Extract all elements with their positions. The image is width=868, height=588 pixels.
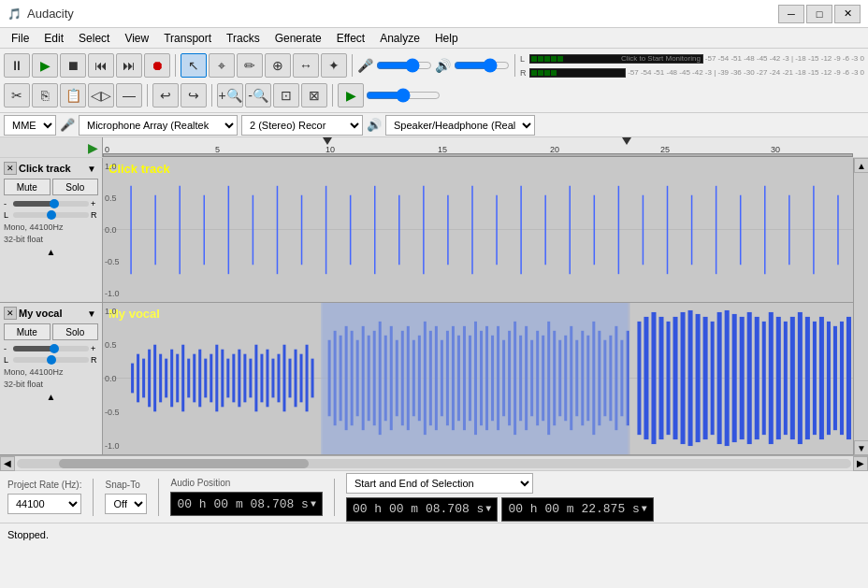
hscroll-thumb[interactable]: [59, 459, 310, 468]
click-track-waveform[interactable]: Click track 1.0 0.5 0.0 -0.5 -1.0: [103, 158, 853, 302]
vocal-track-waveform[interactable]: My vocal 1.0 0.5 0.0 -0.5 -1.0: [103, 303, 853, 454]
svg-rect-104: [441, 340, 443, 416]
vocal-track-solo-button[interactable]: Solo: [52, 323, 99, 340]
hscroll-track[interactable]: [17, 459, 851, 468]
menu-edit[interactable]: Edit: [36, 30, 71, 47]
fit-project-button[interactable]: ⊡: [273, 83, 299, 108]
play-speed-button[interactable]: ▶: [338, 83, 364, 108]
svg-rect-117: [514, 322, 516, 435]
ruler-scroll-thumb[interactable]: [103, 153, 853, 157]
undo-button[interactable]: ↩: [152, 83, 179, 108]
horizontal-scrollbar[interactable]: ◀ ▶: [0, 455, 868, 470]
tracks-scrollbar[interactable]: ▲ ▼: [853, 158, 868, 455]
zoom-in-button[interactable]: +🔍: [217, 83, 243, 108]
vocal-track-menu-button[interactable]: ▼: [85, 307, 98, 320]
collapse-arrow-icon: ▲: [47, 247, 56, 257]
selection-tool-button[interactable]: ↖: [181, 53, 207, 78]
stop-button[interactable]: ⏹: [60, 53, 86, 78]
zoom-selection-button[interactable]: ⊠: [301, 83, 327, 108]
menu-view[interactable]: View: [117, 30, 156, 47]
vocal-track-gain-knob: [50, 344, 59, 353]
selection-mode-select[interactable]: Start and End of Selection: [346, 473, 533, 494]
scroll-left-button[interactable]: ◀: [0, 456, 15, 471]
click-track-pan-r: R: [91, 210, 98, 220]
svg-rect-167: [846, 317, 851, 439]
ruler-scrollbar[interactable]: [103, 153, 853, 157]
pause-button[interactable]: ⏸: [4, 53, 30, 78]
skip-end-button[interactable]: ⏭: [116, 53, 142, 78]
titlebar: 🎵 Audacity ─ □ ✕: [0, 0, 868, 28]
svg-rect-157: [776, 317, 781, 439]
skip-start-button[interactable]: ⏮: [88, 53, 114, 78]
titlebar-controls[interactable]: ─ □ ✕: [778, 5, 861, 23]
vocal-track-collapse[interactable]: ▲: [4, 392, 98, 402]
menu-generate[interactable]: Generate: [268, 30, 329, 47]
microphone-select[interactable]: Microphone Array (Realtek: [79, 115, 238, 136]
selection-end-display: 00 h 00 m 22.875 s ▼: [501, 497, 653, 522]
vocal-track-controls: ✕ My vocal ▼ Mute Solo - + L: [0, 303, 103, 454]
bottom-sep3: [334, 479, 335, 516]
input-volume-slider[interactable]: [376, 58, 432, 73]
project-rate-select[interactable]: 44100: [7, 494, 81, 514]
click-track-close-button[interactable]: ✕: [4, 162, 17, 175]
vocal-track-mute-button[interactable]: Mute: [4, 323, 51, 340]
minimize-button[interactable]: ─: [778, 5, 804, 23]
svg-rect-161: [805, 317, 810, 439]
svg-rect-154: [755, 317, 760, 439]
scroll-right-button[interactable]: ▶: [853, 456, 868, 471]
menu-file[interactable]: File: [4, 30, 36, 47]
channels-select[interactable]: 2 (Stereo) Recor: [241, 115, 363, 136]
pencil-tool-button[interactable]: ✏: [237, 53, 263, 78]
ruler-scale-area[interactable]: 0 5 10 15 20 25 30: [103, 137, 853, 157]
envelope-tool-button[interactable]: ⌖: [209, 53, 235, 78]
speaker-select[interactable]: Speaker/Headphone (Realte: [385, 115, 535, 136]
selection-end-dropdown[interactable]: ▼: [642, 504, 647, 514]
zoom-out-button[interactable]: -🔍: [245, 83, 271, 108]
cut-button[interactable]: ✂: [4, 83, 30, 108]
svg-rect-122: [542, 336, 544, 421]
click-track-collapse[interactable]: ▲: [4, 247, 98, 257]
svg-rect-147: [703, 317, 708, 439]
svg-rect-66: [215, 345, 218, 412]
multi-tool-button[interactable]: ✦: [321, 53, 347, 78]
svg-rect-53: [142, 359, 145, 398]
play-button[interactable]: ▶: [32, 53, 58, 78]
close-button[interactable]: ✕: [834, 5, 861, 23]
silence-button[interactable]: —: [116, 83, 142, 108]
menu-transport[interactable]: Transport: [156, 30, 219, 47]
menu-tracks[interactable]: Tracks: [219, 30, 268, 47]
trim-button[interactable]: ◁▷: [88, 83, 114, 108]
click-to-start-label[interactable]: Click to Start Monitoring: [621, 54, 701, 63]
selection-start-dropdown[interactable]: ▼: [485, 504, 491, 514]
click-track-gain-slider[interactable]: [13, 201, 89, 207]
maximize-button[interactable]: □: [806, 5, 832, 23]
click-track-waveform-svg: [103, 158, 853, 302]
scroll-up-button[interactable]: ▲: [854, 158, 868, 173]
paste-button[interactable]: 📋: [60, 83, 86, 108]
record-button[interactable]: ⏺: [144, 53, 170, 78]
vocal-track-pan-slider[interactable]: [13, 357, 89, 363]
menu-help[interactable]: Help: [427, 30, 466, 47]
menu-analyze[interactable]: Analyze: [372, 30, 427, 47]
menu-effect[interactable]: Effect: [329, 30, 372, 47]
svg-rect-103: [435, 326, 438, 430]
redo-button[interactable]: ↪: [181, 83, 207, 108]
zoom-tool-button[interactable]: ⊕: [265, 53, 291, 78]
interface-select[interactable]: MME: [4, 115, 56, 136]
click-track-pan-slider[interactable]: [13, 212, 89, 218]
timeshift-tool-button[interactable]: ↔: [293, 53, 319, 78]
click-track-mute-button[interactable]: Mute: [4, 179, 51, 195]
click-track-solo-button[interactable]: Solo: [52, 179, 99, 195]
scroll-track[interactable]: [854, 173, 868, 440]
speed-slider[interactable]: [366, 88, 441, 103]
vocal-track-close-button[interactable]: ✕: [4, 307, 17, 320]
vocal-track-gain-slider[interactable]: [13, 346, 89, 351]
click-track-menu-button[interactable]: ▼: [85, 162, 98, 175]
svg-rect-90: [362, 326, 365, 430]
snap-to-select[interactable]: Off: [105, 494, 147, 514]
output-volume-slider[interactable]: [454, 58, 510, 73]
copy-button[interactable]: ⎘: [32, 83, 58, 108]
scroll-down-button[interactable]: ▼: [854, 440, 868, 455]
menu-select[interactable]: Select: [71, 30, 117, 47]
audio-position-dropdown[interactable]: ▼: [311, 499, 316, 509]
